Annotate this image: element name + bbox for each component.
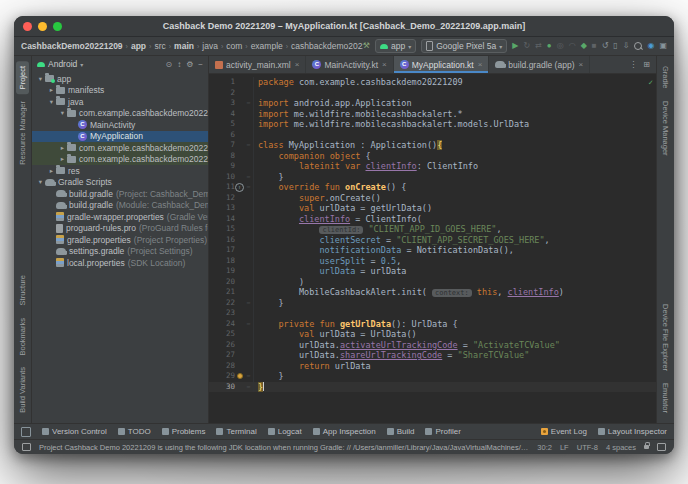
tree-chevron-icon[interactable]: ▾ — [58, 109, 67, 117]
tree-row[interactable]: ▾Gradle Scripts — [32, 177, 208, 189]
code-line[interactable]: 9 lateinit var clientInfo: ClientInfo — [209, 161, 656, 172]
code-line[interactable]: 10− } — [209, 172, 656, 183]
indent-setting[interactable]: 4 spaces — [606, 443, 636, 452]
breadcrumb-item[interactable]: cashbackdemo20221209 — [291, 41, 363, 51]
gutter-line-number[interactable]: 5 — [209, 119, 235, 130]
run-configuration-select[interactable]: app ▾ — [375, 39, 416, 53]
code-line[interactable]: 29− } — [209, 371, 656, 382]
gutter-line-number[interactable]: 11 — [209, 182, 235, 193]
tree-chevron-icon[interactable]: ▸ — [58, 144, 67, 152]
stop-icon[interactable]: ■ — [592, 42, 597, 50]
gutter-line-number[interactable]: 6 — [209, 130, 235, 141]
tree-row[interactable]: gradle.properties(Project Properties) — [32, 234, 208, 246]
code-line[interactable]: 28 return urlData — [209, 361, 656, 372]
stripe-button-device-manager[interactable]: Device Manager — [659, 96, 672, 161]
expand-collapse-all-icon[interactable]: ↕ — [177, 60, 181, 69]
tab-close-icon[interactable]: × — [295, 60, 300, 69]
tool-window-button-version-control[interactable]: Version Control — [42, 427, 107, 436]
tree-row[interactable]: ▾java — [32, 96, 208, 108]
sdk-manager-icon[interactable]: ⇩ — [623, 42, 630, 50]
code-line[interactable]: 6 — [209, 130, 656, 141]
code-line[interactable]: 3−import android.app.Application — [209, 98, 656, 109]
tree-row[interactable]: ▾com.example.cashbackdemo20221209 — [32, 108, 208, 120]
file-encoding[interactable]: UTF-8 — [577, 443, 598, 452]
more-tabs-icon[interactable]: ⋮ — [629, 60, 637, 69]
code-line[interactable]: 14 clientInfo = ClientInfo( — [209, 214, 656, 225]
profile-debuggable-icon[interactable]: ◆ — [581, 42, 587, 50]
breadcrumb-item[interactable]: main — [174, 41, 194, 51]
tree-chevron-icon[interactable]: ▾ — [36, 178, 45, 186]
breadcrumb-item[interactable]: src — [154, 41, 165, 51]
code-line[interactable]: 1package com.example.cashbackdemo2022120… — [209, 77, 656, 88]
gutter-line-number[interactable]: 17 — [209, 245, 235, 256]
gutter-line-number[interactable]: 14 — [209, 214, 235, 225]
status-message[interactable]: Project Cashback Demo 20221209 is using … — [39, 443, 529, 452]
stripe-button-project[interactable]: Project — [16, 61, 29, 94]
fold-marker[interactable]: − — [244, 319, 254, 330]
tool-window-button-terminal[interactable]: Terminal — [216, 427, 256, 436]
select-opened-file-icon[interactable]: ⊙ — [165, 60, 172, 69]
apply-code-changes-icon[interactable]: ⇄ — [535, 42, 542, 50]
tab-close-icon[interactable]: × — [382, 60, 387, 69]
breadcrumb-item[interactable]: CashbackDemo20221209 — [21, 41, 123, 51]
tool-window-button-todo[interactable]: TODO — [118, 427, 151, 436]
code-line[interactable]: 27 urlData.shareUrlTrackingCode = "Share… — [209, 350, 656, 361]
fold-marker[interactable]: − — [244, 371, 254, 382]
gutter-line-number[interactable]: 28 — [209, 361, 235, 372]
breadcrumb-item[interactable]: com — [226, 41, 242, 51]
code-line[interactable]: 30−} — [209, 382, 656, 393]
gutter-line-number[interactable]: 7 — [209, 140, 235, 151]
gutter-line-number[interactable]: 22 — [209, 298, 235, 309]
tool-window-switcher-icon[interactable] — [21, 427, 31, 437]
gutter-line-number[interactable]: 18 — [209, 256, 235, 267]
tab-close-icon[interactable]: × — [478, 60, 483, 69]
hide-panel-icon[interactable]: − — [198, 60, 203, 69]
tree-chevron-icon[interactable]: ▾ — [47, 98, 56, 106]
gutter-line-number[interactable]: 10 — [209, 172, 235, 183]
notification-icon[interactable] — [22, 443, 31, 451]
fold-marker[interactable]: − — [244, 140, 254, 151]
tool-window-button-event-log[interactable]: Event Log — [541, 427, 587, 436]
intention-bulb-icon[interactable] — [237, 373, 243, 379]
code-line[interactable]: 2 — [209, 88, 656, 99]
apply-changes-icon[interactable]: ↻ — [523, 42, 530, 50]
code-line[interactable]: 16 clientSecret = "CLIENT_APP_SECRET_GOE… — [209, 235, 656, 246]
code-line[interactable]: 5import me.wildfire.mobilecashbackalert.… — [209, 119, 656, 130]
caret-position[interactable]: 30:2 — [537, 443, 552, 452]
gutter-line-number[interactable]: 23 — [209, 308, 235, 319]
stripe-button-structure[interactable]: Structure — [16, 270, 29, 310]
breadcrumb-item[interactable]: app — [131, 41, 146, 51]
profiler-icon[interactable]: ◠ — [569, 42, 576, 50]
tree-row[interactable]: proguard-rules.pro(ProGuard Rules for Ca… — [32, 223, 208, 235]
assistant-icon[interactable]: ◉ — [647, 42, 654, 50]
gutter-line-number[interactable]: 9 — [209, 161, 235, 172]
gutter-line-number[interactable]: 24 — [209, 319, 235, 330]
breadcrumb-item[interactable]: java — [202, 41, 218, 51]
breadcrumb-item[interactable]: example — [251, 41, 283, 51]
gutter-line-number[interactable]: 16 — [209, 235, 235, 246]
tree-chevron-icon[interactable]: ▾ — [36, 75, 45, 83]
tree-chevron-icon[interactable]: ▸ — [47, 167, 56, 175]
build-hammer-icon[interactable]: ⚒ — [363, 42, 370, 50]
reader-mode-icon[interactable] — [657, 443, 666, 451]
zoom-button[interactable] — [53, 22, 62, 31]
device-select[interactable]: Google Pixel 5a ▾ — [421, 39, 507, 53]
tab-close-icon[interactable]: × — [578, 60, 583, 69]
gutter-line-number[interactable]: 12 — [209, 193, 235, 204]
minimize-button[interactable] — [38, 22, 47, 31]
editor-tab[interactable]: activity_main.xml× — [209, 56, 306, 73]
tool-window-button-problems[interactable]: Problems — [162, 427, 206, 436]
line-separator[interactable]: LF — [560, 443, 569, 452]
code-line[interactable]: 7−class MyApplication : Application(){ — [209, 140, 656, 151]
stripe-button-build-variants[interactable]: Build Variants — [16, 362, 29, 418]
gutter-line-number[interactable]: 15 — [209, 224, 235, 235]
gutter-line-number[interactable]: 29 — [209, 371, 235, 382]
code-line[interactable]: 20 ) — [209, 277, 656, 288]
tree-row[interactable]: ▸com.example.cashbackdemo20221209(test) — [32, 154, 208, 166]
tool-window-button-build[interactable]: Build — [387, 427, 415, 436]
fold-marker[interactable]: − — [244, 98, 254, 109]
run-icon[interactable]: ▶ — [512, 42, 518, 50]
gutter-line-number[interactable]: 25 — [209, 329, 235, 340]
fold-marker[interactable]: − — [244, 382, 254, 393]
code-line[interactable]: 25 val urlData = UrlData() — [209, 329, 656, 340]
